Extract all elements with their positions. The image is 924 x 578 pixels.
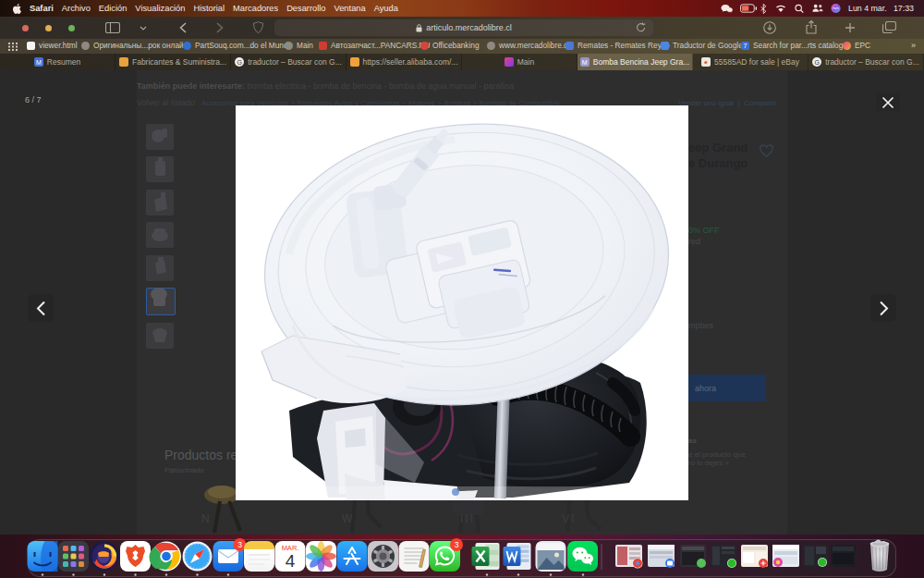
svg-text:3: 3	[237, 540, 242, 549]
svg-text:3: 3	[455, 540, 459, 549]
svg-text:4: 4	[286, 551, 296, 571]
